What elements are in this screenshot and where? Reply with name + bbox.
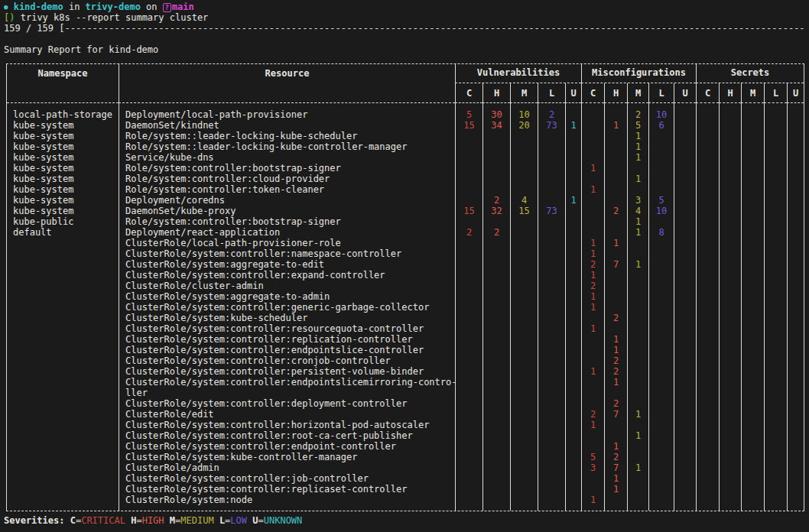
cell-line [566, 323, 581, 334]
cell-line [649, 302, 674, 313]
cell-line [511, 227, 538, 238]
cell-line [697, 174, 719, 184]
cell-line [511, 484, 538, 495]
cell-line: 5 [582, 452, 604, 462]
cell-line: kube-system [13, 174, 119, 184]
cell-line [456, 216, 482, 227]
cell-line [720, 355, 741, 366]
cell-line [456, 366, 482, 377]
prompt-line: ● kind-demo in trivy-demo on ?main [4, 2, 804, 12]
cell-line [649, 495, 674, 505]
cell-line [674, 452, 696, 462]
cell-line [697, 334, 719, 345]
cell-line [788, 227, 804, 238]
cell-line [582, 377, 604, 388]
cell-line [582, 206, 604, 216]
cell-line: 5 [456, 109, 482, 120]
cell-line: 6 [649, 120, 674, 131]
cell-line [674, 216, 696, 227]
cell-line: ClusterRole/system:controller:endpointsl… [125, 377, 455, 388]
cell-line [765, 377, 787, 388]
cell-line [765, 495, 787, 505]
cell-line [788, 238, 804, 248]
cell-line [13, 377, 119, 388]
cell-line: Role/system:controller:cloud-provider [125, 174, 455, 184]
cell-line [742, 281, 764, 291]
cell-line [649, 141, 674, 152]
cell-line: 1 [605, 238, 627, 248]
cell-line [511, 420, 538, 430]
cell-line [720, 441, 741, 452]
cell-line [742, 409, 764, 420]
cell-line [511, 152, 538, 163]
cell-line [538, 473, 565, 484]
cell-line [566, 377, 581, 388]
cell-line [456, 291, 482, 302]
cell-line [538, 248, 565, 259]
cell-line [582, 109, 604, 120]
cell-line: kube-system [13, 195, 119, 206]
cell-line [456, 388, 482, 398]
cell-line [538, 441, 565, 452]
cell-line [720, 366, 741, 377]
cell-line [13, 388, 119, 398]
cell-line [649, 462, 674, 473]
cell-line [765, 302, 787, 313]
cell-line [697, 109, 719, 120]
cell-line [538, 334, 565, 345]
progress-bar: [---------------------------------------… [59, 23, 804, 34]
cell-line: 5 [628, 120, 648, 131]
cell-line [674, 366, 696, 377]
cell-line: 1 [628, 216, 648, 227]
terminal[interactable]: ● kind-demo in trivy-demo on ?main [) tr… [0, 0, 809, 526]
cell-line: 1 [628, 174, 648, 184]
cell-line [566, 462, 581, 473]
cell-line [13, 355, 119, 366]
cell-line [765, 195, 787, 206]
cell-line [788, 398, 804, 409]
prompt-on-word: on [146, 2, 157, 12]
cell-line [456, 248, 482, 259]
cell-line [538, 398, 565, 409]
cell-line [649, 366, 674, 377]
col-subheader-vulnerabilities-u: U [565, 83, 581, 103]
severities-legend: Severities: C=CRITICAL H=HIGH M=MEDIUM L… [4, 515, 804, 526]
cell-line [765, 227, 787, 238]
cell-line [720, 388, 741, 398]
cell-line [674, 484, 696, 495]
cell-line [628, 420, 648, 430]
cell-line [788, 131, 804, 141]
cell-line [788, 484, 804, 495]
cell-line [566, 420, 581, 430]
cell-line [456, 495, 482, 505]
cell-line [697, 441, 719, 452]
cell-line [483, 409, 510, 420]
cell-line: 1 [582, 184, 604, 195]
cell-line [720, 462, 741, 473]
cell-line [765, 398, 787, 409]
cell-line [628, 238, 648, 248]
cell-line [628, 270, 648, 281]
cell-line [582, 195, 604, 206]
cell-line: Role/system:controller:token-cleaner [125, 184, 455, 195]
cell-line: 1 [582, 323, 604, 334]
cell-line [511, 323, 538, 334]
cell-line [765, 313, 787, 323]
cell-line: local-path-storage [13, 109, 119, 120]
severity-name-critical: CRITICAL [81, 515, 125, 526]
cell-line [582, 174, 604, 184]
cell-line [566, 109, 581, 120]
cell-line [765, 388, 787, 398]
cell-line: 1 [582, 248, 604, 259]
cell-line [765, 473, 787, 484]
cell-line [13, 366, 119, 377]
cell-line [788, 302, 804, 313]
cell-line [566, 441, 581, 452]
cell-line: Service/kube-dns [125, 152, 455, 163]
cell-line [674, 313, 696, 323]
cell-line: 2 [605, 206, 627, 216]
progress-count: 159 / 159 [4, 23, 54, 34]
cell-line [538, 163, 565, 174]
cell-line [566, 248, 581, 259]
cell-line [628, 302, 648, 313]
